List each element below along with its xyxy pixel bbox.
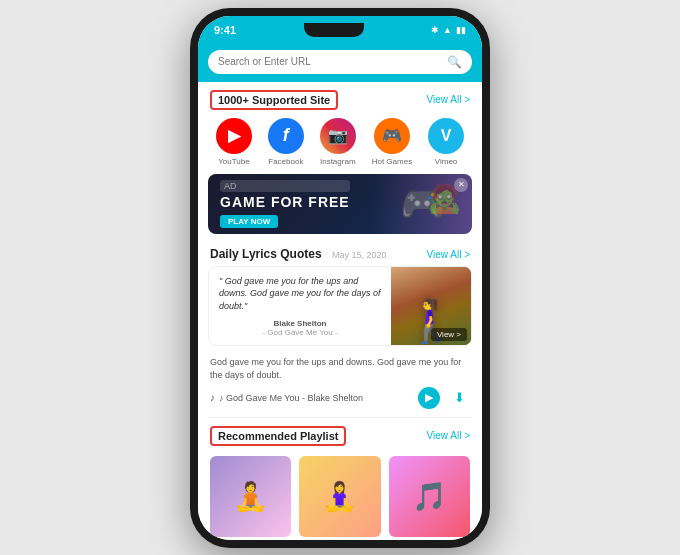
instagram-label: Instagram <box>320 157 356 166</box>
playlist-view-all[interactable]: View All > <box>427 430 470 441</box>
lyrics-view-all[interactable]: View All > <box>427 249 470 260</box>
youtube-label: YouTube <box>218 157 249 166</box>
site-item-instagram[interactable]: 📷 Instagram <box>320 118 356 166</box>
ad-text-area: AD GAME FOR FREE PLAY NOW <box>220 180 350 228</box>
facebook-label: Facebook <box>268 157 303 166</box>
battery-icon: ▮▮ <box>456 25 466 35</box>
scroll-content: 1000+ Supported Site View All > ▶ YouTub… <box>198 82 482 540</box>
lyrics-text-side: " God gave me you for the ups and downs.… <box>209 267 391 345</box>
ad-title: GAME FOR FREE <box>220 194 350 210</box>
download-button[interactable]: ⬇ <box>448 387 470 409</box>
lyrics-song-ref: - God Gave Me You - <box>219 328 381 337</box>
music-icon-btn[interactable]: ♪ <box>442 50 464 72</box>
phone-screen: 9:41 ✱ ▲ ▮▮ 🔍 ⬇ ♪ 1000+ Supported Site <box>198 16 482 540</box>
play-button[interactable]: ▶ <box>418 387 440 409</box>
facebook-icon: f <box>268 118 304 154</box>
site-item-vimeo[interactable]: V Vimeo <box>428 118 464 166</box>
lyrics-artist: Blake Shelton <box>219 319 381 328</box>
ad-play-now-btn[interactable]: PLAY NOW <box>220 215 278 228</box>
pop-thumb: 🎵 <box>389 456 470 537</box>
site-item-hotgames[interactable]: 🎮 Hot Games <box>372 118 412 166</box>
site-item-youtube[interactable]: ▶ YouTube <box>216 118 252 166</box>
search-input[interactable] <box>218 56 441 67</box>
song-name: ♪ God Gave Me You - Blake Shelton <box>219 393 363 403</box>
youtube-icon: ▶ <box>216 118 252 154</box>
lyrics-attribution: Blake Shelton - God Gave Me You - <box>219 319 381 337</box>
playlist-item-yoga[interactable]: 🧘‍♀️ Indie Yoga <box>299 456 380 540</box>
status-bar: 9:41 ✱ ▲ ▮▮ <box>198 16 482 44</box>
supported-sites-header: 1000+ Supported Site View All > <box>198 82 482 114</box>
supported-sites-title: 1000+ Supported Site <box>210 90 338 110</box>
song-name-row: ♪ ♪ God Gave Me You - Blake Shelton <box>210 392 363 403</box>
music-note-icon: ♪ <box>210 392 215 403</box>
vimeo-label: Vimeo <box>435 157 458 166</box>
ad-tag: AD <box>220 180 350 192</box>
song-controls-row: ♪ ♪ God Gave Me You - Blake Shelton ▶ ⬇ <box>198 385 482 417</box>
playlist-item-pop[interactable]: 🎵 The Happiest Pop <box>389 456 470 540</box>
playlist-item-meditation[interactable]: 🧘 Classical Meditation <box>210 456 291 540</box>
yoga-thumb: 🧘‍♀️ <box>299 456 380 537</box>
playlist-title: Recommended Playlist <box>210 426 346 446</box>
lyrics-view-btn[interactable]: View > <box>431 328 467 341</box>
song-ctrl-icons: ▶ ⬇ <box>418 387 470 409</box>
header-action-icons: ⬇ ♪ <box>415 50 464 72</box>
site-icons-row: ▶ YouTube f Facebook 📷 Instagram 🎮 Hot G… <box>198 114 482 174</box>
instagram-icon: 📷 <box>320 118 356 154</box>
lyrics-title: Daily Lyrics Quotes <box>210 247 322 261</box>
supported-sites-view-all[interactable]: View All > <box>427 94 470 105</box>
lyrics-header: Daily Lyrics Quotes May 15, 2020 View Al… <box>198 240 482 266</box>
playlist-header: Recommended Playlist View All > <box>198 418 482 450</box>
ad-banner[interactable]: AD GAME FOR FREE PLAY NOW 🎮 🧟 ✕ <box>208 174 472 234</box>
vimeo-icon: V <box>428 118 464 154</box>
lyrics-card[interactable]: " God gave me you for the ups and downs.… <box>208 266 472 346</box>
phone-frame: 9:41 ✱ ▲ ▮▮ 🔍 ⬇ ♪ 1000+ Supported Site <box>190 8 490 548</box>
meditation-thumb: 🧘 <box>210 456 291 537</box>
bluetooth-icon: ✱ <box>431 25 439 35</box>
ad-close-btn[interactable]: ✕ <box>454 178 468 192</box>
status-icons: ✱ ▲ ▮▮ <box>431 25 466 35</box>
wifi-icon: ▲ <box>443 25 452 35</box>
song-body-text: God gave me you for the ups and downs. G… <box>198 352 482 385</box>
lyrics-title-group: Daily Lyrics Quotes May 15, 2020 <box>210 244 387 262</box>
lyrics-image: 🚶‍♀️ View > <box>391 267 471 345</box>
download-icon-btn[interactable]: ⬇ <box>415 50 437 72</box>
lyrics-quote: " God gave me you for the ups and downs.… <box>219 275 381 313</box>
hotgames-label: Hot Games <box>372 157 412 166</box>
site-item-facebook[interactable]: f Facebook <box>268 118 304 166</box>
status-time: 9:41 <box>214 24 236 36</box>
notch <box>304 23 364 37</box>
search-area: 🔍 ⬇ ♪ <box>198 44 482 82</box>
lyrics-date: May 15, 2020 <box>332 250 387 260</box>
playlist-grid: 🧘 Classical Meditation 🧘‍♀️ Indie Yoga 🎵… <box>198 450 482 540</box>
hotgames-icon: 🎮 <box>374 118 410 154</box>
